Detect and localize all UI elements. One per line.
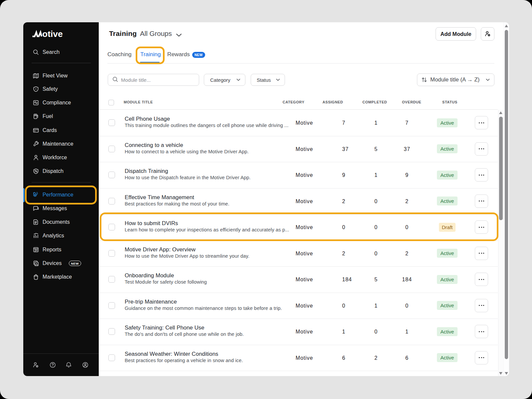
svg-text:otive: otive	[42, 29, 63, 38]
